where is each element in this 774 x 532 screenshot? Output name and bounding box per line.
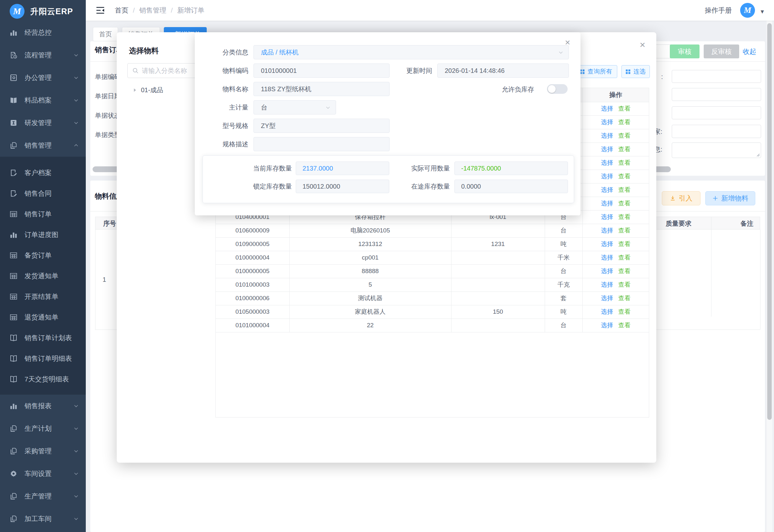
view-link[interactable]: 查看 bbox=[618, 186, 630, 193]
sidebar-item[interactable]: 生产管理 bbox=[0, 485, 86, 507]
sidebar-item[interactable]: 销售管理 bbox=[0, 134, 86, 157]
select-link[interactable]: 选择 bbox=[601, 254, 613, 261]
sidebar-item[interactable]: 7天交货明细表 bbox=[0, 369, 86, 389]
view-link[interactable]: 查看 bbox=[618, 173, 630, 180]
view-link[interactable]: 查看 bbox=[618, 308, 630, 315]
sidebar-item[interactable]: 销售订单明细表 bbox=[0, 348, 86, 369]
sidebar-item[interactable]: 料品档案 bbox=[0, 89, 86, 112]
select-link[interactable]: 选择 bbox=[601, 241, 613, 247]
desc-label: 规格描述 bbox=[200, 137, 248, 151]
locked-stock-input[interactable]: 150012.0000 bbox=[296, 180, 389, 193]
current-stock-input[interactable]: 2137.0000 bbox=[296, 162, 389, 175]
avatar[interactable]: M bbox=[740, 3, 755, 18]
select-link[interactable]: 选择 bbox=[601, 227, 613, 234]
sidebar-item[interactable]: 销售合同 bbox=[0, 183, 86, 204]
sidebar-item[interactable]: 销售报表 bbox=[0, 395, 86, 417]
view-link[interactable]: 查看 bbox=[618, 159, 630, 166]
sidebar-item[interactable]: 客户档案 bbox=[0, 163, 86, 183]
category-select[interactable]: 成品 / 纸杯机 bbox=[253, 45, 569, 59]
select-link[interactable]: 选择 bbox=[601, 308, 613, 315]
caret-right-icon[interactable] bbox=[133, 88, 137, 92]
sidebar-item[interactable]: 开票结算单 bbox=[0, 286, 86, 307]
sidebar-item[interactable]: 采购管理 bbox=[0, 440, 86, 462]
sidebar-item[interactable]: 退货通知单 bbox=[0, 307, 86, 328]
sidebar-item[interactable]: 研发管理 bbox=[0, 112, 86, 134]
unit-select[interactable]: 台 bbox=[253, 100, 336, 114]
view-link[interactable]: 查看 bbox=[618, 268, 630, 274]
add-material-button[interactable]: 新增物料 bbox=[705, 191, 755, 205]
breadcrumb-home[interactable]: 首页 bbox=[115, 6, 128, 15]
audit-button[interactable]: 审核 bbox=[670, 44, 700, 58]
select-link[interactable]: 选择 bbox=[601, 281, 613, 288]
table-row: 0105000003家庭机器人150吨选择查看 bbox=[216, 305, 649, 319]
sidebar-item[interactable]: 销售订单 bbox=[0, 204, 86, 224]
unaudit-button[interactable]: 反审核 bbox=[704, 44, 739, 58]
import-button[interactable]: 引入 bbox=[662, 191, 700, 205]
caret-down-icon[interactable]: ▼ bbox=[759, 9, 765, 15]
select-link[interactable]: 选择 bbox=[601, 200, 613, 207]
sidebar-item[interactable]: 办公管理 bbox=[0, 66, 86, 89]
view-link[interactable]: 查看 bbox=[618, 146, 630, 153]
view-link[interactable]: 查看 bbox=[618, 119, 630, 125]
select-link[interactable]: 选择 bbox=[601, 295, 613, 301]
transit-stock-input[interactable]: 0.0000 bbox=[454, 180, 568, 193]
sidebar-item[interactable]: 备货订单 bbox=[0, 245, 86, 266]
select-link[interactable]: 选择 bbox=[601, 159, 613, 166]
code-input[interactable]: 0101000001 bbox=[253, 64, 390, 78]
tree-node-finished-goods[interactable]: 01-成品 bbox=[133, 86, 163, 94]
available-stock-input[interactable]: -147875.0000 bbox=[454, 162, 568, 175]
view-link[interactable]: 查看 bbox=[618, 281, 630, 288]
query-all-button[interactable]: 查询所有 bbox=[575, 65, 617, 78]
select-link[interactable]: 选择 bbox=[601, 146, 613, 153]
allow-negative-toggle[interactable] bbox=[547, 84, 568, 94]
cell-action: 选择查看 bbox=[582, 224, 649, 237]
view-link[interactable]: 查看 bbox=[618, 241, 630, 247]
view-link[interactable]: 查看 bbox=[618, 200, 630, 207]
sidebar-item[interactable]: 销售订单计划表 bbox=[0, 328, 86, 348]
multi-select-button[interactable]: 连选 bbox=[621, 65, 650, 78]
order-input-country[interactable] bbox=[672, 125, 761, 138]
tab-home[interactable]: 首页 bbox=[93, 27, 118, 41]
view-link[interactable]: 查看 bbox=[618, 254, 630, 261]
view-link[interactable]: 查看 bbox=[618, 227, 630, 234]
modal-close-icon[interactable]: × bbox=[640, 40, 645, 50]
cell-action: 选择查看 bbox=[582, 291, 649, 305]
sidebar-item[interactable]: 流程管理 bbox=[0, 44, 86, 66]
select-link[interactable]: 选择 bbox=[601, 173, 613, 180]
desc-input[interactable] bbox=[253, 137, 390, 151]
sidebar-item[interactable]: 生产计划 bbox=[0, 417, 86, 440]
table-grid-icon bbox=[10, 251, 17, 259]
model-input[interactable]: ZY型 bbox=[253, 119, 390, 133]
name-input[interactable]: 118S ZY型纸杯机 bbox=[253, 82, 390, 96]
order-input-2[interactable] bbox=[672, 88, 761, 101]
order-input-3[interactable] bbox=[672, 106, 761, 119]
select-link[interactable]: 选择 bbox=[601, 132, 613, 139]
view-link[interactable]: 查看 bbox=[618, 132, 630, 139]
sidebar-item[interactable]: 经营总控 bbox=[0, 21, 86, 44]
select-link[interactable]: 选择 bbox=[601, 322, 613, 329]
breadcrumb-sales[interactable]: 销售管理 bbox=[139, 6, 166, 15]
view-link[interactable]: 查看 bbox=[618, 105, 630, 112]
sidebar-item[interactable]: 发货通知单 bbox=[0, 266, 86, 286]
order-textarea-info[interactable] bbox=[672, 143, 761, 158]
collapse-sidebar-icon[interactable] bbox=[96, 7, 104, 14]
select-link[interactable]: 选择 bbox=[601, 119, 613, 125]
sidebar-item[interactable]: 加工车间 bbox=[0, 507, 86, 530]
i-square-icon bbox=[10, 119, 17, 127]
vertical-scrollbar-thumb[interactable] bbox=[767, 23, 772, 420]
view-link[interactable]: 查看 bbox=[618, 213, 630, 220]
update-time-input[interactable]: 2026-01-14 14:48:46 bbox=[437, 64, 569, 78]
sidebar-item[interactable]: 车间设置 bbox=[0, 462, 86, 485]
resize-grip-icon[interactable] bbox=[755, 152, 760, 157]
collapse-link[interactable]: 收起 bbox=[743, 47, 756, 56]
view-link[interactable]: 查看 bbox=[618, 322, 630, 329]
view-link[interactable]: 查看 bbox=[618, 295, 630, 301]
select-link[interactable]: 选择 bbox=[601, 186, 613, 193]
sidebar-item[interactable]: 订单进度图 bbox=[0, 224, 86, 245]
cell-unit: 千克 bbox=[545, 278, 582, 291]
select-link[interactable]: 选择 bbox=[601, 105, 613, 112]
order-input-1[interactable] bbox=[672, 70, 761, 83]
select-link[interactable]: 选择 bbox=[601, 213, 613, 220]
select-link[interactable]: 选择 bbox=[601, 268, 613, 274]
manual-link[interactable]: 操作手册 bbox=[705, 6, 732, 15]
